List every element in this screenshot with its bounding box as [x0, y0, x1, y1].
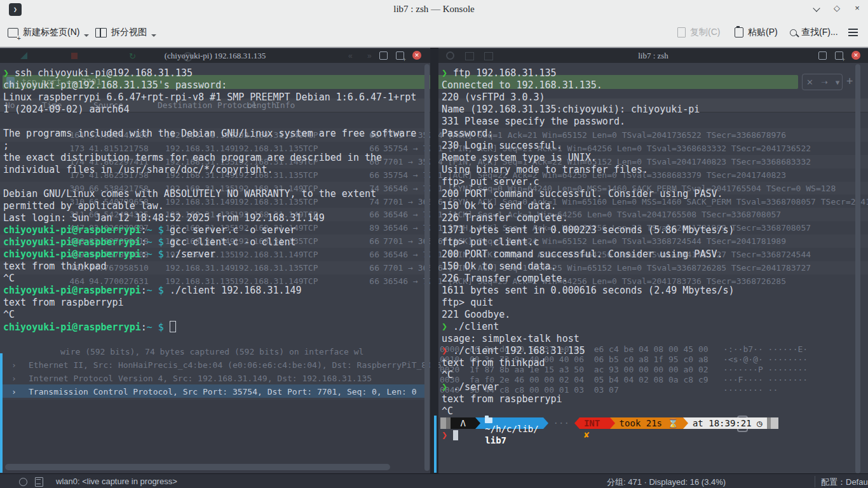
- terminal-text: 150 Ok to send data.: [442, 261, 557, 272]
- menu-button[interactable]: [848, 24, 858, 41]
- terminal-line: individual files in /usr/share/doc/*/cop…: [3, 164, 273, 176]
- terminal-text: $: [158, 322, 164, 333]
- terminal-text: ^C: [442, 405, 453, 417]
- terminal-text: 1611 bytes sent in 0.000616 seconds (2.4…: [442, 285, 735, 296]
- maximize-icon[interactable]: ◇: [831, 3, 843, 14]
- maximize-pane-icon[interactable]: [379, 51, 388, 60]
- terminal-line: ftp> put client.c: [442, 236, 539, 248]
- terminal-text: $: [158, 236, 164, 248]
- terminal-text: ❯: [3, 67, 9, 79]
- terminal-line: chiyoyuki-pi@raspberrypi:~ $ gcc client.…: [3, 236, 296, 248]
- terminal-line: 200 PORT command successful. Consider us…: [442, 188, 723, 200]
- terminal-text: 226 Transfer complete.: [442, 273, 568, 284]
- terminal-line: 150 Ok to send data.: [442, 261, 557, 273]
- terminal-line: chiyoyuki-pi@raspberrypi:~ $: [3, 321, 176, 334]
- close-icon[interactable]: ×: [851, 3, 863, 14]
- terminal-text: The programs included with the Debian GN…: [3, 128, 416, 139]
- terminal-text: ~: [147, 322, 153, 333]
- terminal-text: Debian GNU/Linux comes with ABSOLUTELY N…: [3, 188, 376, 200]
- maximize-pane-icon[interactable]: [818, 51, 827, 60]
- copy-label: 复制(C): [690, 27, 720, 38]
- detach-tab-icon[interactable]: [396, 51, 404, 60]
- os-segment: Λ: [451, 417, 475, 429]
- terminal-line: 200 PORT command successful. Consider us…: [442, 248, 723, 261]
- terminal-line: 230 Login successful.: [442, 140, 562, 152]
- detach-tab-icon[interactable]: [835, 51, 843, 60]
- terminal-text: usage: simplex-talk host: [442, 333, 580, 344]
- capture-status-text: wlan0: <live capture in progress>: [56, 477, 177, 486]
- terminal-line: ^C: [442, 369, 453, 381]
- wireshark-fin-icon: [20, 52, 27, 59]
- minimize-icon[interactable]: [811, 3, 822, 14]
- terminal-line: 1611 bytes sent in 0.000616 seconds (2.4…: [442, 285, 735, 297]
- terminal-text: Remote system type is UNIX.: [442, 152, 597, 163]
- terminal-text: Linux raspberrypi 6.6.47+rpt-rpi-v8 #1 S…: [3, 92, 416, 103]
- terminal-text: [153, 285, 158, 296]
- directory-name: lib7: [485, 435, 538, 446]
- terminal-text: [153, 236, 158, 248]
- powerline-separator: [475, 417, 480, 429]
- terminal-line: 226 Transfer complete.: [442, 212, 568, 224]
- terminal-line: ^C: [3, 309, 15, 321]
- terminal-left[interactable]: ❯ ssh chiyoyuki-pi@192.168.31.135chiyoyu…: [0, 63, 430, 488]
- konsole-window: ❯ lib7 : zsh — Konsole ◇ × 新建标签页(N) 拆分视图…: [0, 0, 868, 488]
- left-pane-tab[interactable]: ↻ « » (chiyoyuki-pi) 192.168.31.135 ✕: [0, 49, 430, 63]
- terminal-text: permitted by applicable law.: [3, 200, 164, 212]
- terminal-line: the exact distribution terms for each pr…: [3, 152, 382, 164]
- left-pane-title: (chiyoyuki-pi) 192.168.31.135: [0, 51, 430, 61]
- terminal-line: 150 Ok to send data.: [442, 200, 557, 212]
- separator-dots: ···: [548, 417, 574, 429]
- zoom-icon: [446, 51, 454, 60]
- terminal-line: ❯: [442, 430, 458, 442]
- close-pane-icon[interactable]: ✕: [412, 51, 421, 60]
- time-segment: at 18:39:21 ◷: [688, 417, 767, 429]
- terminal-right[interactable]: ❯ ftp 192.168.31.135Connected to 192.168…: [438, 63, 868, 488]
- focus-strip-divider: [434, 416, 437, 473]
- capture-comment-icon[interactable]: [35, 477, 43, 487]
- terminal-line: The programs included with the Debian GN…: [3, 128, 416, 140]
- new-tab-button[interactable]: 新建标签页(N): [8, 24, 89, 41]
- wireshark-statusbar: wlan0: <live capture in progress> 分组: 47…: [0, 473, 868, 488]
- left-terminal-scrollbar[interactable]: [424, 64, 430, 471]
- terminal-text: :: [141, 224, 147, 236]
- terminal-line: ❯ ./server: [442, 381, 499, 393]
- table-icon: [465, 52, 474, 60]
- terminal-text: 1371 bytes sent in 0.000223 seconds (5.8…: [442, 224, 735, 236]
- terminal-text: ~: [147, 248, 153, 260]
- paste-button[interactable]: 粘贴(P): [735, 24, 778, 41]
- terminal-line: ^C: [3, 273, 15, 285]
- close-pane-icon[interactable]: ✕: [851, 51, 860, 60]
- terminal-line: 220 (vsFTPd 3.0.3): [442, 92, 545, 104]
- titlebar[interactable]: ❯ lib7 : zsh — Konsole ◇ ×: [0, 0, 868, 19]
- terminal-text: ftp> quit: [442, 297, 493, 308]
- packet-count-text: 分组: 471 · Displayed: 16 (3.4%): [607, 477, 726, 488]
- terminal-text: Connected to 192.168.31.135.: [442, 79, 602, 91]
- terminal-text: individual files in /usr/share/doc/*/cop…: [3, 164, 273, 175]
- right-terminal-scrollbar[interactable]: [855, 64, 860, 473]
- find-button[interactable]: 查找(F)...: [790, 24, 838, 41]
- terminal-text: text from raspberrypi: [3, 297, 124, 308]
- terminal-text: chiyoyuki-pi@raspberrypi: [3, 248, 141, 260]
- paste-icon: [735, 27, 743, 37]
- terminal-text: ❯: [442, 321, 447, 332]
- nav-back-icon: «: [348, 51, 353, 60]
- terminal-text: ./server: [447, 381, 499, 393]
- copy-icon: [677, 27, 686, 37]
- terminal-text: :: [141, 322, 147, 333]
- terminal-line: chiyoyuki-pi@raspberrypi:~ $ ./server: [3, 248, 215, 261]
- terminal-line: Name (192.168.31.135:chiyoyuki): chiyoyu…: [442, 104, 700, 116]
- terminal-text: ^C: [442, 369, 453, 381]
- copy-button[interactable]: 复制(C): [677, 24, 720, 41]
- right-pane-tab[interactable]: lib7 : zsh ✕: [438, 49, 868, 63]
- terminal-line: ❯ ./client 192.168.31.135: [442, 345, 585, 357]
- terminal-line: Last login: Sun Jan 12 18:48:52 2025 fro…: [3, 212, 325, 224]
- terminal-line: Connected to 192.168.31.135.: [442, 79, 602, 92]
- profile-text[interactable]: 配置：Defau: [821, 477, 868, 488]
- terminal-text: ❯: [442, 67, 447, 79]
- terminal-text: Password:: [442, 128, 493, 139]
- terminal-text: ;: [3, 140, 9, 151]
- split-view-label: 拆分视图: [111, 27, 147, 38]
- split-view-button[interactable]: 拆分视图: [95, 24, 156, 41]
- powerline-separator: [610, 417, 615, 429]
- capture-status-icon[interactable]: [19, 478, 27, 486]
